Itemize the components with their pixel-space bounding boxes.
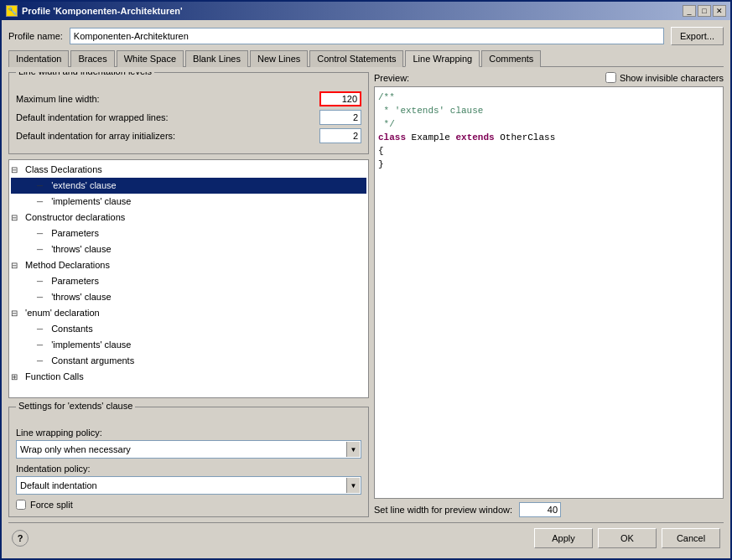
tree-label-constants: Constants [51,324,93,334]
tabs-bar: Indentation Braces White Space Blank Lin… [8,50,724,67]
wrapping-policy-dropdown-wrapper: Wrap only when necessary Always wrap fir… [16,440,361,459]
tree-expander-func-calls: ⊞ [11,370,23,385]
export-button[interactable]: Export... [671,27,724,45]
tree-label-throws-2: 'throws' clause [51,292,111,302]
indentation-policy-label: Indentation policy: [16,464,361,474]
force-split-label[interactable]: Force split [30,500,73,510]
ok-button[interactable]: OK [598,528,657,548]
tree-container[interactable]: ⊟ Class Declarations ─ 'extends' clause … [8,159,369,398]
tree-expander-class: ⊟ [11,163,23,178]
tree-expander-method: ⊟ [11,258,23,273]
tree-expander-throws-2: ─ [37,290,49,305]
help-button[interactable]: ? [12,530,29,547]
preview-code: /** * 'extends' clause */ class Example … [378,91,719,171]
bottom-buttons: Apply OK Cancel [534,528,720,548]
tab-line-wrapping[interactable]: Line Wrapping [405,50,480,67]
profile-name-label: Profile name: [8,31,63,41]
tree-label-constructor: Constructor declarations [25,212,125,222]
tree-item-implements-2[interactable]: ─ 'implements' clause [11,337,366,353]
force-split-row: Force split [16,500,361,510]
left-panel: Line width and indentation levels Maximu… [8,72,369,517]
profile-name-input[interactable]: Komponenten-Architekturen [70,28,664,44]
tree-item-class-declarations[interactable]: ⊟ Class Declarations [11,162,366,178]
settings-box-title: Settings for 'extends' clause [16,401,135,411]
main-content: Line width and indentation levels Maximu… [8,72,724,517]
tree-item-constant-args[interactable]: ─ Constant arguments [11,353,366,369]
set-line-width-label: Set line width for preview window: [374,505,512,515]
tab-braces[interactable]: Braces [70,50,114,67]
default-wrapped-input[interactable] [319,110,361,125]
tree-label-implements-2: 'implements' clause [51,340,131,350]
set-line-width-input[interactable] [519,502,561,517]
show-invisible-checkbox[interactable] [605,72,616,83]
keyword-extends: extends [455,132,494,143]
line-width-group-title: Line width and indentation levels [16,72,154,76]
tab-new-lines[interactable]: New Lines [250,50,308,67]
code-brace-open: { [378,146,384,156]
comment-3: */ [378,119,395,129]
window-body: Profile name: Komponenten-Architekturen … [2,20,730,558]
tree-expander-constructor: ⊟ [11,210,23,226]
indentation-policy-select[interactable]: Default indentation Indent on column For… [16,476,361,495]
tree-label-params-1: Parameters [51,228,99,238]
title-bar-left: 🔧 Profile 'Komponenten-Architekturen' [6,5,183,17]
tree-expander-extends: ─ [37,179,49,194]
tree-item-method-decls[interactable]: ⊟ Method Declarations [11,257,366,273]
tree-label-func-calls: Function Calls [25,371,84,381]
tab-comments[interactable]: Comments [481,50,541,67]
tree-item-enum-decl[interactable]: ⊟ 'enum' declaration [11,305,366,321]
tree-expander-params-1: ─ [37,226,49,241]
minimize-button[interactable]: _ [683,5,696,17]
tree-expander-params-2: ─ [37,274,49,289]
tree-item-parameters-1[interactable]: ─ Parameters [11,226,366,241]
tree-label-implements-1: 'implements' clause [51,196,131,206]
tree-label-const-args: Constant arguments [51,355,134,366]
wrapping-policy-select[interactable]: Wrap only when necessary Always wrap fir… [16,440,361,459]
tree-expander-implements-1: ─ [37,194,49,210]
tree-item-extends-clause[interactable]: ─ 'extends' clause [11,178,366,194]
title-bar-controls: _ □ ✕ [683,5,726,17]
tree-item-constants[interactable]: ─ Constants [11,321,366,337]
wrapping-policy-label: Line wrapping policy: [16,428,361,438]
maximize-button[interactable]: □ [698,5,711,17]
max-line-width-label: Maximum line width: [16,94,100,104]
tab-control-statements[interactable]: Control Statements [309,50,403,67]
tree-item-parameters-2[interactable]: ─ Parameters [11,273,366,289]
preview-box: /** * 'extends' clause */ class Example … [374,86,724,499]
tree-item-constructor-decls[interactable]: ⊟ Constructor declarations [11,210,366,226]
bottom-bar: ? Apply OK Cancel [8,522,724,552]
tree-item-throws-1[interactable]: ─ 'throws' clause [11,241,366,257]
default-array-input[interactable] [319,128,361,143]
tree-item-implements-clause-1[interactable]: ─ 'implements' clause [11,194,366,210]
default-wrapped-row: Default indentation for wrapped lines: [16,110,361,125]
cancel-button[interactable]: Cancel [662,528,720,548]
wrapping-policy-row: Wrap only when necessary Always wrap fir… [16,440,361,459]
tree-label-class-declarations: Class Declarations [25,164,102,174]
window-icon: 🔧 [6,5,18,17]
default-array-label: Default indentation for array initialize… [16,131,175,141]
code-line-3: */ [378,117,719,131]
tree-expander-enum: ⊟ [11,306,23,321]
indentation-policy-dropdown-wrapper: Default indentation Indent on column For… [16,476,361,495]
tab-indentation[interactable]: Indentation [8,50,69,67]
tree-item-function-calls[interactable]: ⊞ Function Calls [11,369,366,385]
tree-item-throws-2[interactable]: ─ 'throws' clause [11,289,366,305]
profile-name-row: Profile name: Komponenten-Architekturen … [8,27,724,45]
max-line-width-input[interactable] [319,91,361,106]
code-line-1: /** [378,91,719,104]
main-window: 🔧 Profile 'Komponenten-Architekturen' _ … [0,0,732,560]
window-title: Profile 'Komponenten-Architekturen' [22,6,183,16]
preview-header: Preview: Show invisible characters [374,72,724,83]
code-line-6: } [378,158,719,171]
apply-button[interactable]: Apply [534,528,593,548]
tab-blank-lines[interactable]: Blank Lines [185,50,248,67]
indentation-policy-row: Default indentation Indent on column For… [16,476,361,495]
code-line-2: * 'extends' clause [378,104,719,117]
tab-white-space[interactable]: White Space [117,50,184,67]
close-button[interactable]: ✕ [713,5,726,17]
force-split-checkbox[interactable] [16,500,26,510]
show-invisible-label[interactable]: Show invisible characters [620,73,724,83]
default-wrapped-label: Default indentation for wrapped lines: [16,112,169,122]
settings-box-content: Line wrapping policy: Wrap only when nec… [9,416,368,516]
settings-box: Settings for 'extends' clause Line wrapp… [8,407,369,517]
